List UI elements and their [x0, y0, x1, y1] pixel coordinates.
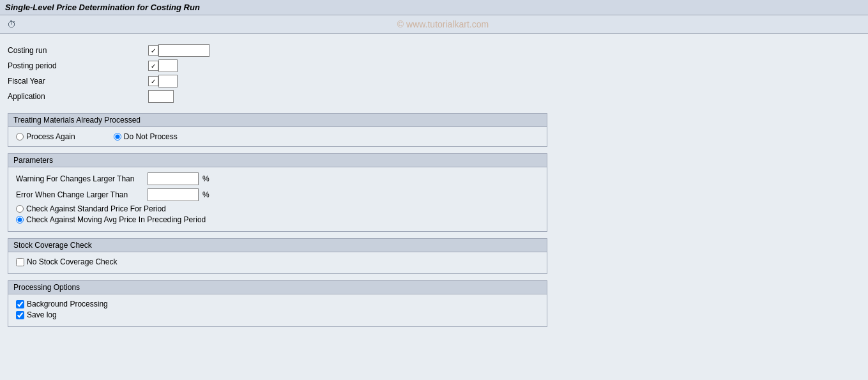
processing-options-group: Processing Options Background Processing…	[8, 280, 547, 327]
fiscal-year-input[interactable]	[158, 75, 178, 87]
application-row: Application ACRU	[8, 90, 860, 103]
processing-options-content: Background Processing Save log	[8, 294, 547, 326]
background-processing-row: Background Processing	[16, 300, 539, 308]
page-title: Single-Level Price Determination for Cos…	[5, 3, 200, 12]
warning-row: Warning For Changes Larger Than %	[16, 172, 539, 185]
background-processing-label: Background Processing	[27, 300, 108, 308]
application-input[interactable]: ACRU	[148, 90, 174, 103]
main-content: Costing run ✓ Posting period ✓ Fiscal Ye…	[0, 34, 868, 344]
warning-label: Warning For Changes Larger Than	[16, 174, 144, 183]
save-log-checkbox[interactable]	[16, 311, 24, 319]
error-row: Error When Change Larger Than %	[16, 188, 539, 201]
stock-coverage-header: Stock Coverage Check	[8, 239, 547, 252]
stock-coverage-content: No Stock Coverage Check	[8, 252, 547, 273]
save-log-row: Save log	[16, 310, 539, 319]
form-section: Costing run ✓ Posting period ✓ Fiscal Ye…	[8, 44, 860, 103]
check-moving-radio[interactable]	[16, 216, 24, 224]
warning-unit: %	[202, 174, 209, 183]
error-input[interactable]	[148, 188, 199, 201]
background-processing-checkbox[interactable]	[16, 300, 24, 308]
fiscal-year-row: Fiscal Year ✓	[8, 75, 860, 87]
do-not-process-item: Do Not Process	[114, 132, 178, 141]
treating-materials-header: Treating Materials Already Processed	[8, 114, 547, 127]
treating-materials-content: Process Again Do Not Process	[8, 127, 547, 146]
costing-run-label: Costing run	[8, 46, 148, 55]
watermark: © www.tutorialkart.com	[23, 19, 863, 29]
warning-input[interactable]	[148, 172, 199, 185]
no-stock-checkbox[interactable]	[16, 258, 24, 266]
error-unit: %	[202, 190, 209, 199]
parameters-group: Parameters Warning For Changes Larger Th…	[8, 153, 547, 232]
process-again-item: Process Again	[16, 132, 75, 141]
do-not-process-label: Do Not Process	[124, 132, 178, 141]
processing-options-header: Processing Options	[8, 281, 547, 294]
stock-coverage-group: Stock Coverage Check No Stock Coverage C…	[8, 238, 547, 274]
no-stock-check-row: No Stock Coverage Check	[16, 257, 539, 266]
save-log-label: Save log	[27, 310, 57, 319]
posting-period-row: Posting period ✓	[8, 59, 860, 72]
fiscal-year-label: Fiscal Year	[8, 77, 148, 86]
check-standard-row: Check Against Standard Price For Period	[16, 204, 539, 213]
do-not-process-radio[interactable]	[114, 133, 121, 141]
posting-period-input[interactable]	[158, 59, 178, 72]
costing-run-input[interactable]	[158, 44, 209, 57]
posting-period-checkbox[interactable]: ✓	[148, 61, 158, 71]
error-label: Error When Change Larger Than	[16, 190, 144, 199]
parameters-content: Warning For Changes Larger Than % Error …	[8, 167, 547, 231]
check-standard-radio[interactable]	[16, 205, 24, 213]
title-bar: Single-Level Price Determination for Cos…	[0, 0, 868, 15]
costing-run-row: Costing run ✓	[8, 44, 860, 57]
parameters-header: Parameters	[8, 154, 547, 167]
toolbar: ⏱ © www.tutorialkart.com	[0, 15, 868, 34]
check-standard-label: Check Against Standard Price For Period	[26, 204, 166, 213]
process-again-label: Process Again	[26, 132, 75, 141]
no-stock-label: No Stock Coverage Check	[27, 257, 117, 266]
treating-materials-group: Treating Materials Already Processed Pro…	[8, 113, 547, 147]
process-again-radio[interactable]	[16, 133, 24, 141]
treating-materials-radio-group: Process Again Do Not Process	[16, 132, 539, 141]
fiscal-year-checkbox[interactable]: ✓	[148, 76, 158, 86]
application-label: Application	[8, 92, 148, 101]
check-moving-label: Check Against Moving Avg Price In Preced…	[26, 215, 206, 224]
posting-period-label: Posting period	[8, 61, 148, 70]
costing-run-checkbox[interactable]: ✓	[148, 45, 158, 56]
clock-icon[interactable]: ⏱	[5, 18, 18, 31]
check-moving-row: Check Against Moving Avg Price In Preced…	[16, 215, 539, 224]
